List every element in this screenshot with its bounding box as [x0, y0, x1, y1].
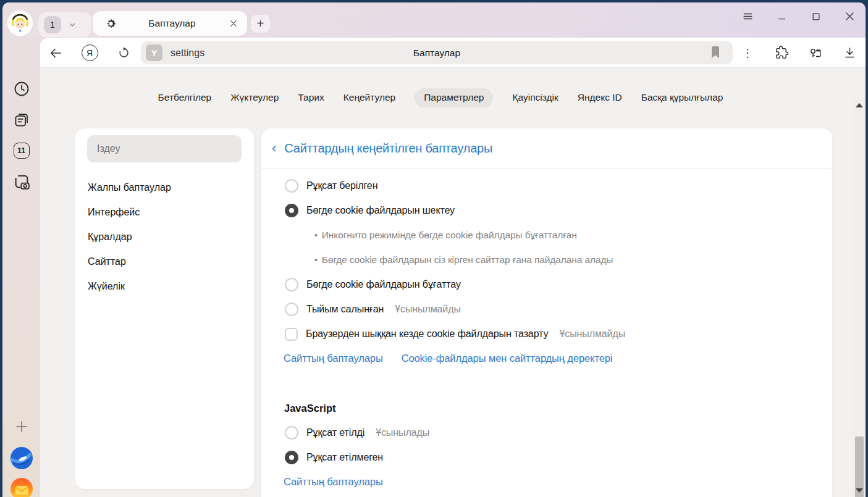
- tab-group-badge[interactable]: 1: [44, 16, 61, 33]
- profile-avatar[interactable]: [7, 10, 33, 36]
- address-bar[interactable]: Y settings Баптаулар: [141, 41, 733, 64]
- radio-unchecked[interactable]: [285, 179, 298, 193]
- browser-menu-icon[interactable]: [738, 6, 758, 27]
- nav-tab[interactable]: Яндекс ID: [578, 92, 622, 103]
- option-label: Тыйым салынған: [306, 304, 384, 315]
- links-row: Сайттың баптаулары: [261, 470, 832, 493]
- bullet-icon: •: [314, 230, 318, 240]
- address-bar-page-title: Баптаулар: [141, 48, 733, 59]
- history-icon[interactable]: [13, 80, 30, 98]
- avatar-illustration: [7, 10, 33, 36]
- page-title[interactable]: Сайттардың кеңейтілген баптаулары: [284, 141, 492, 156]
- browser-sidebar: 11: [2, 38, 40, 497]
- search-input[interactable]: [87, 135, 242, 162]
- radio-row[interactable]: Бөгде cookie файлдарын шектеу: [261, 198, 832, 223]
- option-label: Рұқсат етілмеген: [306, 452, 383, 463]
- settings-nav-tabs: БетбелгілерЖүктеулерТарихКеңейтулерПарам…: [40, 88, 841, 107]
- note-text: Бөгде cookie файлдарын сіз кірген сайтта…: [322, 254, 613, 265]
- nav-tab[interactable]: Бетбелгілер: [158, 92, 212, 103]
- yandex-disk-icon[interactable]: [10, 446, 33, 470]
- option-note: •Бөгде cookie файлдарын сіз кірген сайтт…: [261, 248, 832, 272]
- minimize-icon[interactable]: [772, 6, 792, 27]
- downloads-icon[interactable]: [838, 38, 861, 68]
- yandex-home-icon[interactable]: Я: [78, 38, 101, 68]
- option-label: Браузерден шыққан кезде cookie файлдарын…: [306, 328, 548, 340]
- screen: 1 Баптаулар +: [0, 0, 868, 497]
- scroll-up-icon[interactable]: [856, 103, 863, 107]
- extensions-icon[interactable]: [770, 38, 793, 68]
- gear-icon: [105, 18, 117, 30]
- radio-row[interactable]: Рұқсат етілмеген: [261, 445, 832, 470]
- password-manager-icon[interactable]: [804, 38, 827, 68]
- radio-checked[interactable]: [285, 451, 298, 464]
- browser-window: 1 Баптаулар +: [2, 2, 866, 497]
- radio-row[interactable]: Бөгде cookie файлдарын бұғаттау: [261, 272, 832, 297]
- back-chevron-icon[interactable]: ‹: [272, 141, 276, 155]
- radio-row[interactable]: Рұқсат етілдіҰсынылады: [261, 420, 832, 445]
- settings-link[interactable]: Сайттың баптаулары: [284, 476, 383, 488]
- toolbar: Я Y settings Баптаулар ⋮: [40, 38, 866, 68]
- radio-row[interactable]: Тыйым салынғанҰсынылмайды: [261, 297, 832, 322]
- tab-title: Баптаулар: [117, 18, 227, 29]
- tab-strip: 1 Баптаулар +: [2, 2, 866, 38]
- settings-menu-item[interactable]: Жалпы баптаулар: [88, 175, 248, 200]
- settings-menu-item[interactable]: Құралдар: [88, 225, 248, 249]
- settings-link[interactable]: Cookie-файлдары мен сайттардың деректері: [402, 353, 613, 364]
- back-icon[interactable]: [44, 38, 67, 68]
- notes-icon[interactable]: [13, 111, 30, 128]
- option-hint: Ұсынылмайды: [395, 304, 461, 315]
- settings-content-panel: ‹ Сайттардың кеңейтілген баптаулары Рұқс…: [261, 128, 832, 497]
- nav-tab[interactable]: Басқа құрылғылар: [641, 92, 723, 103]
- nav-tab[interactable]: Тарих: [298, 92, 324, 103]
- option-hint: Ұсынылады: [376, 427, 429, 438]
- option-label: Рұқсат етілді: [306, 427, 364, 438]
- option-label: Рұқсат берілген: [306, 180, 377, 191]
- section-spacer: [261, 370, 832, 396]
- bullet-icon: •: [314, 255, 318, 265]
- main-area: Я Y settings Баптаулар ⋮: [40, 38, 866, 497]
- settings-link[interactable]: Сайттың баптаулары: [284, 353, 383, 364]
- reload-icon[interactable]: [112, 38, 135, 68]
- window-controls: [738, 6, 860, 27]
- scroll-down-icon[interactable]: [856, 488, 863, 493]
- section-title: JavaScript: [261, 396, 832, 420]
- note-text: Инкогнито режимінде бөгде cookie файлдар…: [322, 230, 577, 241]
- radio-unchecked[interactable]: [285, 278, 298, 291]
- chevron-down-icon[interactable]: [67, 20, 77, 30]
- bookmark-icon[interactable]: [710, 46, 720, 61]
- settings-menu-item[interactable]: Интерфейс: [88, 200, 248, 225]
- checkbox-unchecked[interactable]: [285, 328, 298, 341]
- screenshot-icon[interactable]: [12, 172, 31, 191]
- close-icon[interactable]: [840, 6, 860, 27]
- tab-close-icon[interactable]: [227, 17, 240, 30]
- add-panel-icon[interactable]: [14, 419, 29, 434]
- new-tab-button[interactable]: +: [251, 15, 270, 33]
- settings-menu-item[interactable]: Сайттар: [88, 249, 248, 274]
- tab-group-selector[interactable]: 1: [38, 12, 91, 37]
- tab-counter-icon[interactable]: 11: [14, 143, 30, 159]
- settings-rows: Рұқсат берілгенБөгде cookie файлдарын ше…: [261, 169, 832, 493]
- settings-sidebar-panel: Жалпы баптауларИнтерфейсҚұралдарСайттарЖ…: [75, 128, 254, 489]
- nav-tab[interactable]: Параметрлер: [415, 88, 493, 107]
- option-hint: Ұсынылмайды: [559, 328, 625, 340]
- radio-row[interactable]: Рұқсат берілген: [261, 173, 832, 198]
- settings-menu-item[interactable]: Жүйелік: [88, 274, 248, 299]
- checkbox-row[interactable]: Браузерден шыққан кезде cookie файлдарын…: [261, 322, 832, 346]
- links-row: Сайттың баптауларыCookie-файлдары мен са…: [261, 346, 832, 370]
- radio-unchecked[interactable]: [285, 303, 298, 316]
- content-header: ‹ Сайттардың кеңейтілген баптаулары: [261, 128, 832, 169]
- option-label: Бөгде cookie файлдарын бұғаттау: [306, 279, 461, 290]
- settings-menu: Жалпы баптауларИнтерфейсҚұралдарСайттарЖ…: [88, 175, 248, 299]
- settings-page: БетбелгілерЖүктеулерТарихКеңейтулерПарам…: [40, 68, 866, 497]
- yandex-mail-icon[interactable]: [10, 477, 33, 497]
- page-actions-icon[interactable]: ⋮: [736, 38, 759, 68]
- browser-tab-settings[interactable]: Баптаулар: [93, 11, 247, 36]
- radio-unchecked[interactable]: [285, 426, 298, 440]
- nav-tab[interactable]: Жүктеулер: [230, 92, 279, 103]
- nav-tab[interactable]: Кеңейтулер: [343, 92, 395, 103]
- maximize-icon[interactable]: [806, 6, 826, 27]
- radio-checked[interactable]: [285, 204, 298, 217]
- nav-tab[interactable]: Қауіпсіздік: [512, 92, 558, 103]
- option-label: Бөгде cookie файлдарын шектеу: [306, 205, 455, 216]
- scrollbar[interactable]: [853, 98, 866, 497]
